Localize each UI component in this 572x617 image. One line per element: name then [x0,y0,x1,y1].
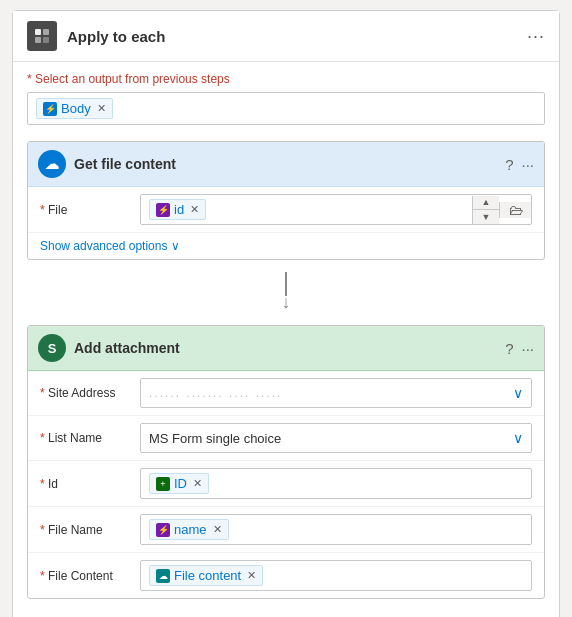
file-content-token-close[interactable]: ✕ [247,569,256,582]
file-input[interactable]: ⚡ id ✕ ▲ ▼ 🗁 [140,194,532,225]
add-attachment-help-icon[interactable]: ? [505,340,513,357]
file-content-token-label: File content [174,568,241,583]
site-address-value: ...... ....... .... ..... [149,386,282,400]
id-input[interactable]: + ID ✕ [140,468,532,499]
site-address-row: Site Address ...... ....... .... ..... ∨ [28,371,544,416]
body-token-label: Body [61,101,91,116]
add-action-area: Add an action [13,607,559,617]
select-output-section: Select an output from previous steps ⚡ B… [13,62,559,133]
card-title: Apply to each [67,28,527,45]
site-address-chevron: ∨ [513,385,523,401]
svg-rect-1 [43,29,49,35]
id-field-row: Id + ID ✕ [28,461,544,507]
get-file-header: ☁ Get file content ? ··· [28,142,544,187]
svg-rect-3 [43,37,49,43]
add-attachment-card: S Add attachment ? ··· Site Address ....… [27,325,545,599]
name-token[interactable]: ⚡ name ✕ [149,519,229,540]
show-advanced-label: Show advanced options [40,239,167,253]
file-content-label: File Content [40,569,130,583]
list-name-label: List Name [40,431,130,445]
id-field-token-icon: + [156,477,170,491]
add-attachment-header: S Add attachment ? ··· [28,326,544,371]
file-name-label: File Name [40,523,130,537]
list-name-value: MS Form single choice [149,431,281,446]
file-content-token[interactable]: ☁ File content ✕ [149,565,263,586]
card-header: Apply to each ··· [13,11,559,62]
file-name-input[interactable]: ⚡ name ✕ [140,514,532,545]
name-token-close[interactable]: ✕ [213,523,222,536]
file-stepper: ▲ ▼ [472,196,499,224]
get-file-help-icon[interactable]: ? [505,156,513,173]
id-token-label: id [174,202,184,217]
id-token[interactable]: ⚡ id ✕ [149,199,206,220]
svg-rect-0 [35,29,41,35]
file-content-row: File Content ☁ File content ✕ [28,553,544,598]
get-file-more-icon[interactable]: ··· [521,156,534,173]
stepper-down[interactable]: ▼ [473,210,499,224]
list-name-dropdown[interactable]: MS Form single choice ∨ [140,423,532,453]
get-file-content-card: ☁ Get file content ? ··· File ⚡ id ✕ [27,141,545,260]
apply-to-each-card: Apply to each ··· Select an output from … [12,10,560,617]
file-content-input[interactable]: ☁ File content ✕ [140,560,532,591]
file-label: File [40,203,130,217]
get-file-header-actions: ? ··· [505,156,534,173]
file-tokens-area: ⚡ id ✕ [141,195,472,224]
show-advanced-chevron: ∨ [171,239,180,253]
more-options-button[interactable]: ··· [527,26,545,47]
connector: ↓ [13,268,559,317]
get-file-title: Get file content [74,156,505,172]
output-token-input[interactable]: ⚡ Body ✕ [27,92,545,125]
id-field-token[interactable]: + ID ✕ [149,473,209,494]
name-token-icon: ⚡ [156,523,170,537]
id-field-token-label: ID [174,476,187,491]
connector-arrow: ↓ [282,292,291,313]
id-token-icon: ⚡ [156,203,170,217]
add-attachment-title: Add attachment [74,340,505,356]
add-attachment-more-icon[interactable]: ··· [521,340,534,357]
site-address-label: Site Address [40,386,130,400]
get-file-icon: ☁ [38,150,66,178]
file-field-row: File ⚡ id ✕ ▲ ▼ 🗁 [28,187,544,233]
file-name-row: File Name ⚡ name ✕ [28,507,544,553]
id-token-close[interactable]: ✕ [190,203,199,216]
add-attachment-header-actions: ? ··· [505,340,534,357]
list-name-row: List Name MS Form single choice ∨ [28,416,544,461]
body-token-close[interactable]: ✕ [97,102,106,115]
file-folder-button[interactable]: 🗁 [499,202,531,218]
add-attachment-icon: S [38,334,66,362]
stepper-up[interactable]: ▲ [473,196,499,210]
name-token-label: name [174,522,207,537]
show-advanced-options[interactable]: Show advanced options ∨ [28,233,544,259]
list-name-chevron: ∨ [513,430,523,446]
apply-each-icon [27,21,57,51]
id-field-token-close[interactable]: ✕ [193,477,202,490]
site-address-dropdown[interactable]: ...... ....... .... ..... ∨ [140,378,532,408]
svg-rect-2 [35,37,41,43]
body-token[interactable]: ⚡ Body ✕ [36,98,113,119]
body-token-icon: ⚡ [43,102,57,116]
id-label: Id [40,477,130,491]
select-label: Select an output from previous steps [27,72,545,86]
file-content-token-icon: ☁ [156,569,170,583]
